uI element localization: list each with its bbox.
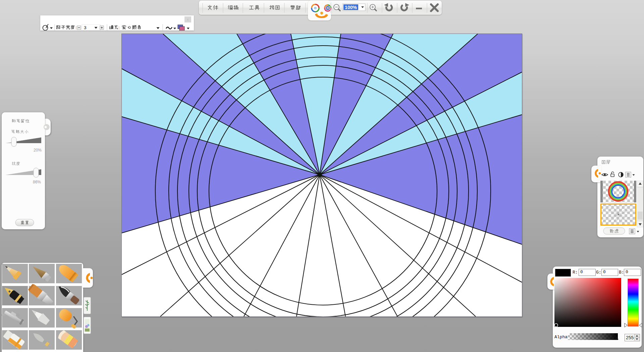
svg-text:x: x	[187, 17, 189, 21]
svg-text:100%: 100%	[345, 5, 357, 10]
svg-text:86%: 86%	[33, 180, 41, 184]
svg-text::: :	[75, 25, 77, 30]
svg-text:3: 3	[84, 25, 87, 30]
svg-text::: :	[118, 25, 120, 30]
svg-text:20%: 20%	[34, 148, 42, 153]
